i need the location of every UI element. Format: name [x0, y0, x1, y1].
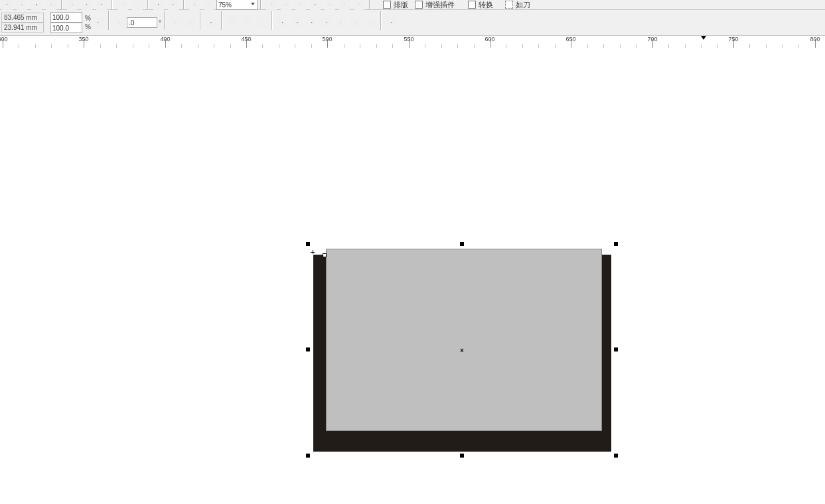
ruler-label: 550: [404, 36, 413, 42]
outline-icon[interactable]: [204, 0, 214, 10]
separator: [369, 0, 370, 9]
object-origin-node: [323, 253, 327, 257]
svg-rect-38: [312, 23, 313, 23]
front-minus-back-icon[interactable]: [336, 17, 346, 28]
rotation-unit: °: [159, 19, 161, 27]
zoom-combo-input[interactable]: [216, 0, 258, 10]
scale-y-input[interactable]: [50, 23, 82, 33]
svg-rect-42: [391, 23, 392, 23]
front-rectangle-object[interactable]: [326, 249, 602, 431]
create-boundary-icon[interactable]: [365, 17, 376, 28]
rotate-reset-icon[interactable]: [114, 17, 125, 28]
ruler-label: 800: [810, 36, 820, 42]
separator: [271, 11, 273, 30]
svg-rect-0: [7, 4, 7, 5]
svg-point-16: [300, 4, 301, 5]
align-right-icon: [256, 17, 267, 28]
svg-rect-4: [51, 4, 52, 5]
horizontal-ruler[interactable]: 300350400450500550600650700750800: [0, 36, 825, 48]
svg-rect-10: [102, 5, 102, 5]
svg-rect-3: [50, 5, 51, 5]
copy-icon[interactable]: [82, 0, 92, 10]
menu-transform-label: 转换: [479, 0, 493, 10]
selection-handle[interactable]: [306, 242, 310, 246]
mirror-v-icon[interactable]: [185, 17, 195, 28]
selection-handle[interactable]: [460, 454, 464, 458]
undo-icon[interactable]: [117, 0, 128, 10]
rotation-input[interactable]: [127, 17, 157, 28]
separator: [61, 0, 62, 9]
lock-ratio-icon[interactable]: [93, 17, 104, 28]
ruler-label: 300: [0, 36, 8, 42]
ruler-label: 650: [565, 36, 575, 42]
svg-rect-18: [315, 5, 316, 5]
menu-arrange-label: 排版: [394, 0, 408, 10]
ruler-label: 700: [647, 36, 657, 42]
menu-transform[interactable]: 转换: [466, 0, 498, 11]
ruler-label: 350: [78, 36, 88, 42]
separator: [183, 0, 185, 9]
scale-unit-1: %: [85, 14, 91, 23]
menu-knife-label: 如刀: [516, 0, 530, 10]
object-x-readout: 83.465 mm: [1, 13, 44, 23]
ruler-label: 500: [322, 36, 332, 42]
menu-knife[interactable]: 如刀: [503, 0, 535, 11]
back-minus-front-icon[interactable]: [350, 17, 361, 28]
align-left-icon[interactable]: [227, 17, 238, 28]
zoom-fit-icon[interactable]: [295, 0, 306, 10]
zoom-in-icon[interactable]: [266, 0, 277, 10]
zoom-sel-icon[interactable]: [325, 0, 335, 10]
ruler-label: 600: [485, 36, 494, 42]
menu-arrange[interactable]: 排版: [381, 0, 413, 11]
separator: [112, 0, 113, 9]
selection-handle[interactable]: [614, 454, 618, 458]
fill-icon[interactable]: [189, 0, 200, 10]
zoom-page-icon[interactable]: [310, 0, 321, 10]
scale-unit-2: %: [85, 23, 91, 31]
svg-rect-40: [370, 22, 370, 23]
mirror-h-icon[interactable]: [170, 17, 181, 28]
separator: [164, 11, 165, 30]
group-icon[interactable]: [386, 17, 397, 28]
ruler-label: 750: [728, 36, 738, 42]
separator: [221, 11, 222, 30]
simplify-icon[interactable]: [321, 17, 332, 28]
selection-handle[interactable]: [306, 347, 310, 351]
weld-icon[interactable]: [277, 17, 288, 28]
svg-rect-23: [98, 23, 98, 23]
save-icon[interactable]: [31, 0, 42, 10]
paste-icon[interactable]: [96, 0, 107, 10]
menu-plugins[interactable]: 增强插件: [413, 0, 459, 11]
selection-handle[interactable]: [614, 242, 618, 246]
redo-icon[interactable]: [132, 0, 143, 10]
export-icon[interactable]: [168, 0, 179, 10]
svg-rect-43: [392, 23, 392, 23]
separator: [380, 11, 382, 30]
ruler-cursor-marker: [701, 36, 706, 40]
intersect-icon[interactable]: [307, 17, 317, 28]
separator: [260, 0, 262, 9]
zoom-all-icon[interactable]: [339, 0, 350, 10]
svg-point-21: [344, 4, 344, 5]
svg-rect-35: [297, 23, 298, 23]
zoom-prev-icon[interactable]: [354, 0, 364, 10]
zoom-out-icon[interactable]: [281, 0, 291, 10]
selection-handle[interactable]: [460, 242, 464, 246]
print-icon[interactable]: [46, 0, 56, 10]
selection-origin-marker: [311, 250, 315, 254]
selection-handle[interactable]: [306, 454, 310, 458]
cut-icon[interactable]: [67, 0, 78, 10]
menu-plugins-label: 增强插件: [425, 0, 455, 10]
new-icon[interactable]: [2, 0, 13, 10]
open-icon[interactable]: [17, 0, 27, 10]
separator: [147, 0, 149, 9]
import-icon[interactable]: [153, 0, 164, 10]
ruler-label: 450: [241, 36, 251, 42]
zoom-combo[interactable]: [216, 0, 258, 10]
selection-handle[interactable]: [614, 347, 618, 351]
trim-icon[interactable]: [292, 17, 303, 28]
svg-rect-8: [87, 5, 88, 5]
drawing-canvas[interactable]: ×: [0, 48, 825, 504]
to-front-icon[interactable]: [206, 17, 216, 28]
scale-x-input[interactable]: [50, 12, 82, 23]
